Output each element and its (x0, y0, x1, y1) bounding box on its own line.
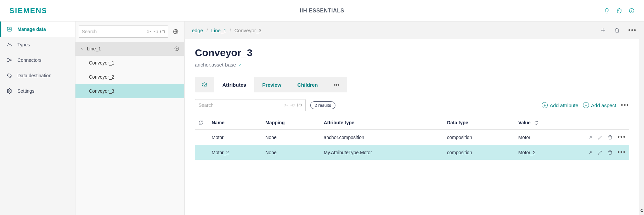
tab-preview[interactable]: Preview (254, 77, 289, 92)
tree-child-conveyor-3[interactable]: Conveyor_3 (75, 84, 184, 98)
tree-parent-row[interactable]: Line_1 (75, 42, 184, 56)
connectors-icon (6, 57, 13, 63)
breadcrumb-sep: / (230, 28, 231, 33)
add-attribute-label: Add attribute (550, 102, 578, 108)
sidebar-item-label: Manage data (17, 27, 46, 32)
lightbulb-icon[interactable] (604, 8, 610, 14)
attribute-search-box[interactable]: (.*) (195, 99, 306, 111)
tree-child-label: Conveyor_3 (89, 88, 114, 94)
detail-tabs: Attributes Preview Children ••• (195, 77, 347, 92)
asset-tree-panel: (.*) Line_1 Conveyor_1 Conveyor_2 (75, 22, 184, 215)
add-attribute-button[interactable]: + Add attribute (542, 102, 578, 108)
sidebar-item-label: Connectors (17, 57, 42, 63)
siemens-logo: SIEMENS (9, 6, 47, 15)
sidebar-item-manage-data[interactable]: Manage data (0, 22, 75, 37)
col-mapping[interactable]: Mapping (262, 116, 320, 130)
tree-search-match-icons[interactable]: (.*) (147, 29, 165, 34)
svg-point-7 (9, 90, 10, 92)
row-delete-icon[interactable] (607, 150, 613, 155)
sidebar-item-label: Settings (17, 88, 35, 94)
main-content: edge / Line_1 / Conveyor_3 ••• Conveyor_… (184, 22, 644, 215)
results-count-badge: 2 results (310, 101, 335, 109)
more-icon[interactable]: ••• (628, 27, 637, 34)
breadcrumb: edge / Line_1 / Conveyor_3 (192, 28, 262, 33)
breadcrumb-current: Conveyor_3 (234, 28, 262, 33)
tree-parent-label: Line_1 (87, 46, 101, 51)
sidebar-item-label: Data destination (17, 73, 51, 78)
attribute-search-match-icons[interactable]: (.*) (283, 103, 302, 108)
svg-point-6 (7, 61, 8, 62)
main-sidebar: Manage data Types Connectors Data destin… (0, 22, 75, 215)
cell-attr-type: anchor.composition (320, 130, 443, 145)
tab-more[interactable]: ••• (326, 77, 347, 92)
sidebar-item-connectors[interactable]: Connectors (0, 52, 75, 68)
tab-children[interactable]: Children (289, 77, 326, 92)
page-title: Conveyor_3 (195, 47, 629, 58)
app-header: SIEMENS IIH ESSENTIALS (0, 0, 644, 22)
cell-mapping: None (262, 130, 320, 145)
info-icon[interactable] (629, 8, 635, 14)
add-aspect-button[interactable]: + Add aspect (583, 102, 616, 108)
tab-attributes[interactable]: Attributes (214, 77, 254, 92)
add-asset-icon[interactable] (174, 46, 179, 51)
sidebar-item-types[interactable]: Types (0, 37, 75, 52)
tab-config-gear[interactable] (195, 77, 214, 92)
expand-panel-icon[interactable] (639, 208, 644, 213)
tree-search-input[interactable] (82, 29, 147, 34)
row-more-icon[interactable]: ••• (618, 149, 626, 156)
col-attribute-type[interactable]: Attribute type (320, 116, 443, 130)
refresh-value-icon[interactable] (534, 121, 539, 125)
svg-rect-9 (156, 31, 158, 33)
types-icon (6, 42, 13, 48)
page-subtitle-text: anchor.asset-base (195, 62, 236, 68)
cell-name: Motor (208, 130, 262, 145)
sidebar-item-settings[interactable]: Settings (0, 83, 75, 99)
settings-icon (6, 88, 13, 94)
edit-icon[interactable] (597, 135, 603, 140)
tree-child-label: Conveyor_1 (89, 60, 114, 66)
col-value[interactable]: Value (515, 116, 576, 130)
tree-child-conveyor-2[interactable]: Conveyor_2 (75, 70, 184, 84)
add-icon[interactable] (600, 27, 606, 33)
refresh-column-icon[interactable] (198, 120, 205, 125)
plus-circle-icon: + (542, 102, 548, 108)
plus-circle-icon: + (583, 102, 589, 108)
attribute-search-input[interactable] (199, 102, 283, 108)
breadcrumb-edge[interactable]: edge (192, 28, 203, 33)
page-subtitle: anchor.asset-base (195, 62, 629, 68)
table-row[interactable]: Motor None anchor.composition compositio… (195, 130, 629, 145)
svg-point-5 (10, 60, 11, 61)
filter-more-icon[interactable]: ••• (621, 102, 629, 109)
table-row[interactable]: Motor_2 None My.AttributeType.Motor comp… (195, 145, 629, 160)
cell-data-type: composition (444, 130, 515, 145)
app-title: IIH ESSENTIALS (300, 8, 344, 14)
add-aspect-label: Add aspect (591, 102, 616, 108)
cell-value: Motor_2 (515, 145, 576, 160)
svg-rect-8 (147, 31, 149, 33)
breadcrumb-sep: / (206, 28, 208, 33)
open-external-icon[interactable] (588, 150, 593, 155)
svg-point-16 (204, 84, 206, 86)
external-link-icon[interactable] (238, 63, 242, 67)
attribute-filter-row: (.*) 2 results + Add attribute + Add asp… (195, 99, 629, 111)
edit-icon[interactable] (597, 150, 603, 155)
sidebar-item-data-destination[interactable]: Data destination (0, 68, 75, 83)
main-toolbar: edge / Line_1 / Conveyor_3 ••• (184, 22, 644, 39)
attributes-table: Name Mapping Attribute type Data type Va… (195, 116, 629, 160)
header-action-icons (604, 7, 635, 14)
open-external-icon[interactable] (588, 135, 593, 140)
col-name[interactable]: Name (208, 116, 262, 130)
breadcrumb-line-1[interactable]: Line_1 (211, 28, 226, 33)
feedback-icon[interactable] (616, 7, 623, 14)
col-data-type[interactable]: Data type (444, 116, 515, 130)
tree-child-label: Conveyor_2 (89, 74, 114, 80)
manage-data-icon (6, 26, 13, 32)
row-more-icon[interactable]: ••• (618, 134, 626, 141)
row-delete-icon[interactable] (607, 135, 613, 140)
tree-child-conveyor-1[interactable]: Conveyor_1 (75, 56, 184, 70)
tree-search-box[interactable]: (.*) (79, 26, 168, 38)
sidebar-item-label: Types (17, 42, 30, 47)
cell-mapping: None (262, 145, 320, 160)
globe-icon[interactable] (171, 27, 181, 37)
delete-icon[interactable] (614, 27, 620, 33)
